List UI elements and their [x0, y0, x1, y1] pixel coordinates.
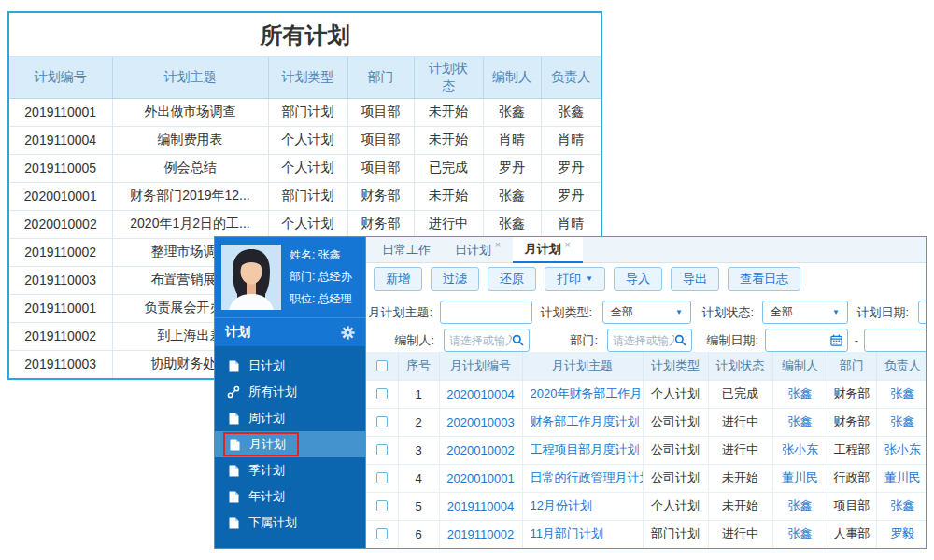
- tab-monthly-plan[interactable]: 月计划×: [513, 237, 583, 263]
- id-link[interactable]: 2020010003: [446, 415, 514, 429]
- checkbox-cell: [366, 436, 398, 464]
- creator-link[interactable]: 董川民: [782, 470, 818, 484]
- search-icon[interactable]: [512, 334, 524, 346]
- cell: 项目部: [347, 126, 414, 154]
- id-link[interactable]: 2020010002: [446, 443, 514, 457]
- owner-link[interactable]: 罗毅: [890, 526, 914, 540]
- type-select-value: 全部: [611, 304, 633, 320]
- sidebar-item-daily-plan[interactable]: 日计划: [215, 353, 365, 379]
- subject-link[interactable]: 工程项目部月度计划: [531, 442, 640, 456]
- row-checkbox[interactable]: [376, 500, 388, 511]
- filter-button[interactable]: 过滤: [431, 267, 479, 291]
- selection-highlight-box: 月计划: [223, 432, 299, 456]
- dept-cell: 项目部: [828, 492, 876, 520]
- compile-date-start-input[interactable]: [765, 329, 848, 352]
- reset-button[interactable]: 还原: [488, 267, 536, 291]
- table-row[interactable]: 5201911000412月份计划个人计划未开始张鑫项目部张鑫: [366, 492, 927, 520]
- compile-date-start-field[interactable]: [771, 334, 830, 347]
- close-icon[interactable]: ×: [565, 240, 571, 250]
- close-icon[interactable]: ×: [495, 240, 501, 250]
- creator-cell: 张鑫: [772, 408, 828, 436]
- cell: 外出做市场调查: [112, 98, 268, 126]
- row-checkbox[interactable]: [376, 528, 388, 539]
- plan-date-input[interactable]: [918, 301, 927, 324]
- type-select[interactable]: 全部 ▼: [602, 301, 691, 324]
- no-cell: 3: [398, 436, 439, 464]
- sidebar-section-title: 计划: [225, 324, 250, 341]
- dept-input-field[interactable]: [613, 334, 674, 347]
- print-button[interactable]: 打印▼: [545, 267, 605, 291]
- table-row[interactable]: 2019110001外出做市场调查部门计划项目部未开始张鑫张鑫: [9, 98, 601, 126]
- add-button[interactable]: 新增: [374, 267, 422, 291]
- owner-link[interactable]: 董川民: [884, 470, 921, 484]
- owner-cell: 董川民: [876, 464, 927, 492]
- type-cell: 部门计划: [643, 520, 708, 548]
- table-row[interactable]: 22020010003财务部工作月度计划公司计划进行中张鑫财务部张鑫: [366, 408, 927, 436]
- owner-link[interactable]: 张鑫: [890, 386, 914, 400]
- dept-input[interactable]: [607, 329, 692, 352]
- calendar-icon[interactable]: [830, 334, 842, 346]
- compile-date-end-input[interactable]: [864, 329, 927, 352]
- subject-link[interactable]: 12月份计划: [531, 498, 592, 512]
- creator-link[interactable]: 张鑫: [788, 526, 813, 540]
- subject-link[interactable]: 2020年财务部工作月...: [531, 386, 644, 400]
- tab-daily-work[interactable]: 日常工作: [370, 237, 443, 262]
- creator-link[interactable]: 张鑫: [788, 498, 813, 512]
- table-row[interactable]: 42020010001日常的行政管理月计划公司计划未开始董川民行政部董川民: [366, 464, 927, 492]
- table-row[interactable]: 2019110004编制费用表个人计划项目部未开始肖晴肖晴: [9, 126, 601, 154]
- row-checkbox[interactable]: [376, 416, 388, 427]
- subject-link[interactable]: 11月部门计划: [531, 526, 604, 540]
- subject-link[interactable]: 财务部工作月度计划: [531, 414, 640, 428]
- owner-link[interactable]: 张小东: [884, 442, 921, 456]
- sidebar-item-yearly-plan[interactable]: 年计划: [215, 483, 365, 510]
- subject-input[interactable]: [440, 301, 532, 324]
- import-button[interactable]: 导入: [614, 267, 662, 291]
- id-link[interactable]: 2019110004: [447, 499, 514, 513]
- table-row[interactable]: 6201911000211月部门计划部门计划进行中张鑫人事部罗毅: [366, 520, 927, 548]
- creator-input[interactable]: [444, 329, 530, 352]
- creator-input-field[interactable]: [449, 334, 512, 347]
- sidebar-item-quarterly-plan[interactable]: 季计划: [215, 457, 365, 483]
- cell: 财务部: [347, 182, 414, 210]
- creator-link[interactable]: 张小东: [782, 442, 818, 456]
- owner-link[interactable]: 张鑫: [890, 414, 914, 428]
- row-checkbox[interactable]: [376, 444, 388, 455]
- status-select[interactable]: 全部 ▼: [762, 301, 848, 324]
- sidebar-item-all-plans[interactable]: 所有计划: [215, 379, 365, 405]
- search-icon[interactable]: [674, 334, 686, 346]
- gear-icon[interactable]: [341, 326, 355, 340]
- creator-cell: 张小东: [772, 436, 828, 464]
- file-icon: [227, 491, 240, 503]
- owner-cell: 张鑫: [876, 492, 927, 520]
- table-row[interactable]: 120200100042020年财务部工作月...个人计划已完成张鑫财务部张鑫: [366, 380, 927, 408]
- creator-link[interactable]: 张鑫: [788, 414, 813, 428]
- view-log-button[interactable]: 查看日志: [728, 267, 800, 291]
- id-link[interactable]: 2020010001: [446, 471, 514, 485]
- table-row[interactable]: 2019110005例会总结个人计划项目部已完成罗丹罗丹: [9, 154, 601, 182]
- checkbox-cell: [366, 492, 398, 520]
- creator-link[interactable]: 张鑫: [788, 386, 813, 400]
- owner-link[interactable]: 张鑫: [890, 498, 914, 512]
- row-checkbox[interactable]: [376, 472, 388, 483]
- profile-name: 姓名: 张鑫: [290, 247, 352, 263]
- table-row[interactable]: 2020010001财务部门2019年12...部门计划财务部未开始张鑫罗丹: [9, 182, 601, 210]
- sidebar-item-weekly-plan[interactable]: 周计划: [215, 405, 365, 431]
- id-cell: 2019110002: [439, 520, 522, 548]
- sidebar-item-monthly-plan[interactable]: 月计划: [215, 431, 365, 457]
- subject-link[interactable]: 日常的行政管理月计划: [531, 470, 644, 484]
- select-all-checkbox[interactable]: [376, 360, 388, 371]
- id-link[interactable]: 2019110002: [447, 527, 514, 541]
- no-cell: 5: [398, 492, 439, 520]
- id-link[interactable]: 2020010004: [446, 387, 514, 401]
- tab-daily-plan[interactable]: 日计划×: [443, 237, 513, 262]
- sidebar-item-subordinate-plan[interactable]: 下属计划: [215, 510, 365, 536]
- export-button[interactable]: 导出: [671, 267, 719, 291]
- table-row[interactable]: 20200100022020年1月2日的工...个人计划财务部进行中张鑫肖晴: [9, 210, 601, 238]
- column-header: 月计划主题: [522, 352, 643, 380]
- file-icon: [227, 360, 240, 372]
- cell: 2019110003: [9, 350, 112, 378]
- row-checkbox[interactable]: [376, 388, 388, 399]
- checkbox-cell: [366, 380, 398, 408]
- table-row[interactable]: 32020010002工程项目部月度计划公司计划进行中张小东工程部张小东: [366, 436, 927, 464]
- avatar: [221, 245, 281, 310]
